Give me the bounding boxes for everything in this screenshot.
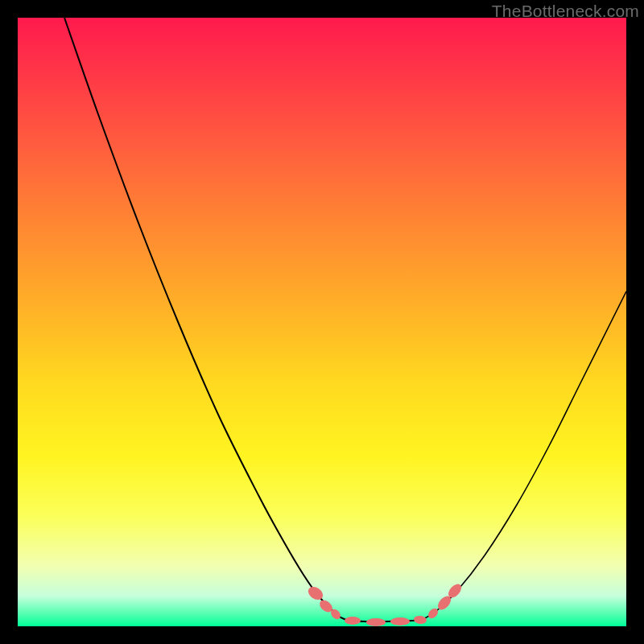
marker-group — [306, 582, 464, 626]
watermark-text: TheBottleneck.com — [492, 2, 639, 21]
chart-frame: TheBottleneck.com — [0, 0, 644, 644]
plot-area — [18, 18, 626, 626]
right-curve — [422, 291, 626, 620]
curve-marker — [427, 606, 440, 620]
left-curve — [64, 18, 346, 620]
curve-svg — [18, 18, 626, 626]
curve-marker — [366, 618, 386, 626]
curve-marker — [345, 617, 361, 625]
curve-marker — [390, 617, 410, 625]
curve-marker — [413, 615, 427, 625]
